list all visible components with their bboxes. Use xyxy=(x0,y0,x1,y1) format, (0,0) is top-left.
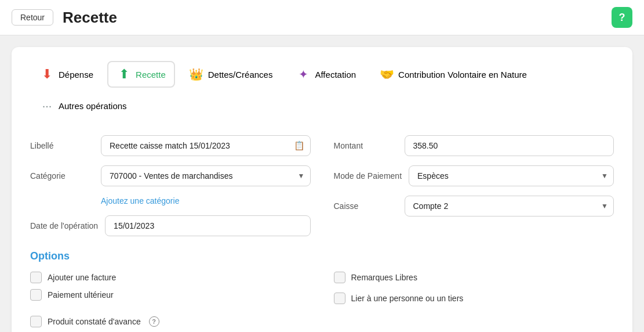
mode-paiement-select-wrapper: Espèces ▼ xyxy=(409,165,614,186)
recette-icon: ⬆ xyxy=(117,67,132,82)
main-card: ⬇ Dépense ⬆ Recette 👑 Dettes/Créances ✦ … xyxy=(12,47,632,332)
libelle-row: Libellé 📋 xyxy=(30,135,311,156)
libelle-input-wrapper: 📋 xyxy=(101,135,311,156)
caisse-select-wrapper: Compte 2 ▼ xyxy=(405,196,614,216)
tab-autres[interactable]: ··· Autres opérations xyxy=(30,92,136,119)
produit-label: Produit constaté d'avance xyxy=(48,317,141,326)
form-right: Montant Mode de Paiement Espèces ▼ Caiss… xyxy=(334,135,614,236)
categorie-label: Catégorie xyxy=(30,171,94,181)
tab-affectation-label: Affectation xyxy=(315,70,356,80)
affectation-icon: ✦ xyxy=(296,67,311,82)
mode-paiement-row: Mode de Paiement Espèces ▼ xyxy=(334,165,614,186)
lier-checkbox[interactable] xyxy=(334,293,345,304)
options-left: Ajouter une facture Paiement ultérieur P… xyxy=(30,272,311,327)
tab-depense-label: Dépense xyxy=(59,70,93,80)
back-button[interactable]: Retour xyxy=(12,9,53,26)
options-title: Options xyxy=(30,250,614,262)
paiement-checkbox[interactable] xyxy=(30,289,42,301)
autres-icon: ··· xyxy=(39,98,54,113)
option-remarques: Remarques Libres xyxy=(334,272,614,283)
option-lier: Lier à une personne ou un tiers xyxy=(334,293,614,304)
caisse-label: Caisse xyxy=(334,201,398,211)
tab-recette-label: Recette xyxy=(136,70,166,80)
caisse-select[interactable]: Compte 2 xyxy=(405,196,614,216)
date-input[interactable] xyxy=(105,215,310,236)
cvn-icon: 🤝 xyxy=(379,67,394,82)
page-title: Recette xyxy=(63,9,117,27)
options-section: Options Ajouter une facture Paiement ult… xyxy=(30,250,614,327)
date-row: Date de l'opération xyxy=(30,215,311,236)
date-label: Date de l'opération xyxy=(30,221,98,230)
lier-label: Lier à une personne ou un tiers xyxy=(351,294,464,303)
facture-checkbox[interactable] xyxy=(30,272,42,283)
top-bar: Retour Recette ? xyxy=(0,0,644,35)
remarques-checkbox[interactable] xyxy=(334,272,345,283)
add-category-row: Ajoutez une catégorie xyxy=(30,196,311,206)
tab-affectation[interactable]: ✦ Affectation xyxy=(286,61,365,88)
add-category-link[interactable]: Ajoutez une catégorie xyxy=(101,196,179,205)
option-lier-row: Lier à une personne ou un tiers xyxy=(334,293,614,304)
produit-info-icon[interactable]: ? xyxy=(149,316,159,327)
tab-recette[interactable]: ⬆ Recette xyxy=(107,61,175,88)
dettes-icon: 👑 xyxy=(189,67,204,82)
tab-depense[interactable]: ⬇ Dépense xyxy=(30,61,103,88)
montant-input[interactable] xyxy=(405,135,614,156)
option-produit: Produit constaté d'avance ? xyxy=(30,316,311,327)
form-left: Libellé 📋 Catégorie 707000 - Ventes de m… xyxy=(30,135,311,236)
options-grid: Ajouter une facture Paiement ultérieur P… xyxy=(30,272,614,327)
libelle-label: Libellé xyxy=(30,141,94,150)
tab-autres-label: Autres opérations xyxy=(59,101,127,111)
categorie-select[interactable]: 707000 - Ventes de marchandises xyxy=(101,165,311,186)
option-facture: Ajouter une facture xyxy=(30,272,311,283)
help-button[interactable]: ? xyxy=(612,7,632,28)
paiement-label: Paiement ultérieur xyxy=(48,290,114,299)
tab-bar: ⬇ Dépense ⬆ Recette 👑 Dettes/Créances ✦ … xyxy=(30,61,614,119)
option-produit-row: Produit constaté d'avance ? xyxy=(30,316,311,327)
produit-checkbox[interactable] xyxy=(30,316,42,327)
depense-icon: ⬇ xyxy=(39,67,54,82)
tab-dettes[interactable]: 👑 Dettes/Créances xyxy=(180,61,282,88)
montant-row: Montant xyxy=(334,135,614,156)
calendar-icon: 📋 xyxy=(294,140,305,151)
remarques-label: Remarques Libres xyxy=(351,273,417,282)
facture-label: Ajouter une facture xyxy=(48,273,116,282)
mode-paiement-label: Mode de Paiement xyxy=(334,171,402,181)
montant-label: Montant xyxy=(334,141,398,150)
tab-cvn-label: Contribution Volontaire en Nature xyxy=(398,70,527,80)
top-bar-left: Retour Recette xyxy=(12,9,117,27)
tab-dettes-label: Dettes/Créances xyxy=(208,70,273,80)
categorie-select-wrapper: 707000 - Ventes de marchandises ▼ xyxy=(101,165,311,186)
tab-cvn[interactable]: 🤝 Contribution Volontaire en Nature xyxy=(370,61,536,88)
libelle-input[interactable] xyxy=(101,135,311,156)
options-right: Remarques Libres Lier à une personne ou … xyxy=(334,272,614,327)
form-grid: Libellé 📋 Catégorie 707000 - Ventes de m… xyxy=(30,135,614,236)
caisse-row: Caisse Compte 2 ▼ xyxy=(334,196,614,216)
option-paiement: Paiement ultérieur xyxy=(30,289,311,301)
mode-paiement-select[interactable]: Espèces xyxy=(409,165,614,186)
categorie-row: Catégorie 707000 - Ventes de marchandise… xyxy=(30,165,311,186)
